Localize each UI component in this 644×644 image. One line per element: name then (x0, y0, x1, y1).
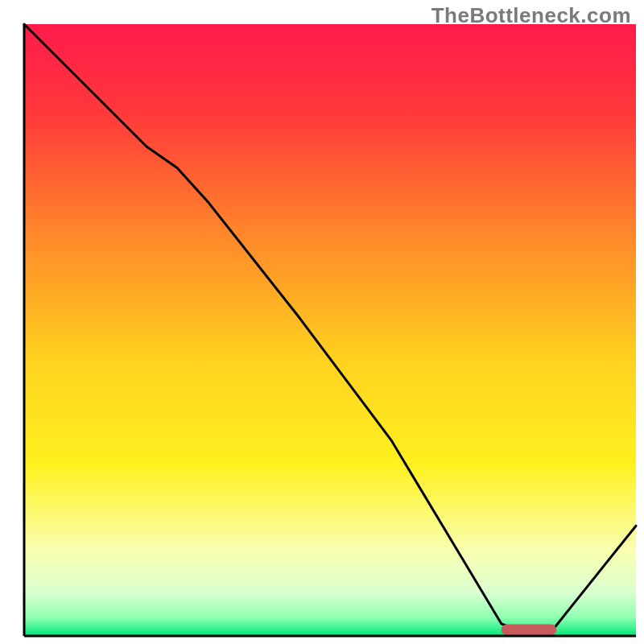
optimal-marker (502, 625, 556, 636)
chart-svg (0, 0, 644, 644)
bottleneck-chart: TheBottleneck.com (0, 0, 644, 644)
plot-area-group (24, 24, 636, 636)
watermark-text: TheBottleneck.com (431, 3, 631, 28)
